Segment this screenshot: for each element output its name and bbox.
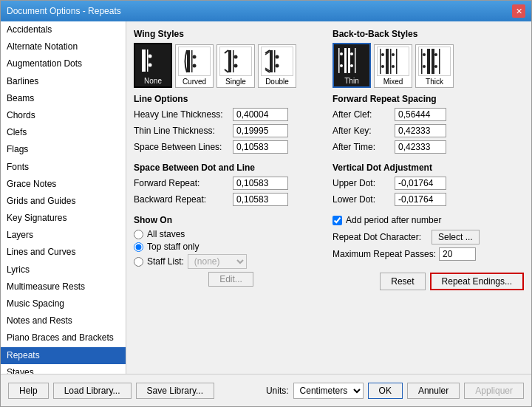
main-panel: Wing Styles None <box>126 21 531 374</box>
wing-double-label: Double <box>265 78 289 86</box>
sidebar-item-key-signatures[interactable]: Key Signatures <box>1 210 126 227</box>
ok-button[interactable]: OK <box>368 383 403 399</box>
window-title: Document Options - Repeats <box>7 6 121 16</box>
top-staff-row: Top staff only <box>134 242 325 252</box>
units-select[interactable]: Centimeters <box>293 383 364 399</box>
sidebar-item-piano-braces-and-brackets[interactable]: Piano Braces and Brackets <box>1 329 126 346</box>
sidebar-item-accidentals[interactable]: Accidentals <box>1 21 126 38</box>
repeat-dot-char-row: Repeat Dot Character: Select ... <box>332 230 524 244</box>
add-period-checkbox[interactable] <box>332 216 342 225</box>
cancel-button[interactable]: Annuler <box>407 383 460 399</box>
staff-list-select[interactable]: (none) <box>188 254 247 269</box>
wing-none-btn[interactable]: None <box>134 43 172 88</box>
svg-point-32 <box>381 65 384 68</box>
wing-double-btn[interactable]: Double <box>258 44 296 88</box>
close-button[interactable]: ✕ <box>512 4 525 18</box>
sidebar-item-grace-notes[interactable]: Grace Notes <box>1 176 126 193</box>
back-styles-row: Thin <box>332 43 524 88</box>
svg-rect-5 <box>191 50 193 72</box>
backward-dot-input[interactable] <box>233 193 288 206</box>
bottom-options-row: Show On All staves Top staff only Staff … <box>134 215 524 290</box>
sidebar-item-music-spacing[interactable]: Music Spacing <box>1 295 126 312</box>
heavy-line-input[interactable] <box>233 108 288 121</box>
svg-rect-25 <box>344 48 347 73</box>
edit-button[interactable]: Edit... <box>208 272 253 287</box>
dot-row: Space Between Dot and Line Forward Repea… <box>134 163 524 209</box>
svg-point-36 <box>392 65 395 68</box>
sidebar-item-augmentation-dots[interactable]: Augmentation Dots <box>1 55 126 72</box>
lower-dot-input[interactable] <box>395 193 446 206</box>
sidebar-item-fonts[interactable]: Fonts <box>1 159 126 176</box>
dot-line-title: Space Between Dot and Line <box>134 163 325 173</box>
sidebar-item-chords[interactable]: Chords <box>1 107 126 124</box>
svg-rect-30 <box>380 49 381 74</box>
wing-none-label: None <box>144 77 162 85</box>
svg-point-24 <box>340 64 343 67</box>
reset-button[interactable]: Reset <box>380 273 425 290</box>
wing-single-btn[interactable]: Single <box>216 44 255 88</box>
max-passes-label: Maximum Repeat Passes: <box>332 249 436 259</box>
sidebar-item-flags[interactable]: Flags <box>1 141 126 158</box>
top-staff-label: Top staff only <box>147 242 200 252</box>
after-clef-input[interactable] <box>395 108 446 121</box>
sidebar-item-beams[interactable]: Beams <box>1 90 126 107</box>
forward-dot-input[interactable] <box>233 177 288 190</box>
sidebar-item-lines-and-curves[interactable]: Lines and Curves <box>1 244 126 261</box>
space-lines-input[interactable] <box>233 140 288 154</box>
upper-dot-input[interactable] <box>395 177 446 190</box>
all-staves-row: All staves <box>134 229 325 239</box>
sidebar-item-grids-and-guides[interactable]: Grids and Guides <box>1 193 126 210</box>
sidebar-item-layers[interactable]: Layers <box>1 227 126 244</box>
svg-rect-1 <box>147 49 149 72</box>
forward-repeat-section: Forward Repeat Spacing After Clef: After… <box>332 94 524 157</box>
document-options-window: Document Options - Repeats ✕ Accidentals… <box>0 0 532 407</box>
all-staves-label: All staves <box>147 229 185 239</box>
forward-dot-label: Forward Repeat: <box>134 178 230 188</box>
load-library-button[interactable]: Load Library... <box>53 383 132 399</box>
svg-rect-41 <box>427 49 430 74</box>
back-thin-label: Thin <box>344 77 358 85</box>
thin-line-input[interactable] <box>233 124 288 137</box>
staff-list-label: Staff List: <box>147 256 184 267</box>
help-button[interactable]: Help <box>8 383 49 399</box>
units-label: Units: <box>266 386 289 396</box>
top-staff-radio[interactable] <box>134 242 143 252</box>
sidebar-item-alternate-notation[interactable]: Alternate Notation <box>1 38 126 55</box>
back-thin-btn[interactable]: Thin <box>332 43 371 88</box>
sidebar-item-repeats[interactable]: Repeats <box>1 347 126 364</box>
sidebar-item-clefs[interactable]: Clefs <box>1 124 126 141</box>
svg-rect-0 <box>142 49 146 72</box>
heavy-line-label: Heavy Line Thickness: <box>134 109 230 120</box>
svg-point-40 <box>423 65 426 68</box>
back-thick-label: Thick <box>426 78 443 86</box>
sidebar-item-multimeasure-rests[interactable]: Multimeasure Rests <box>1 278 126 295</box>
top-row: Wing Styles None <box>134 29 524 88</box>
back-thick-btn[interactable]: Thick <box>415 44 454 88</box>
sidebar-item-lyrics[interactable]: Lyrics <box>1 261 126 278</box>
back-mixed-img <box>377 47 409 76</box>
after-key-input[interactable] <box>395 124 446 137</box>
apply-button[interactable]: Appliquer <box>464 383 524 399</box>
after-time-label: After Time: <box>332 142 392 152</box>
back-thick-img <box>418 47 451 76</box>
staff-list-radio[interactable] <box>134 257 143 267</box>
after-key-row: After Key: <box>332 124 524 137</box>
svg-line-12 <box>225 50 228 53</box>
sidebar: AccidentalsAlternate NotationAugmentatio… <box>1 21 126 374</box>
svg-point-23 <box>340 52 343 55</box>
sidebar-item-barlines[interactable]: Barlines <box>1 73 126 90</box>
select-button[interactable]: Select ... <box>432 230 480 244</box>
back-mixed-btn[interactable]: Mixed <box>374 44 412 88</box>
space-lines-row: Space Between Lines: <box>134 140 325 154</box>
repeat-endings-button[interactable]: Repeat Endings... <box>430 273 524 290</box>
svg-point-44 <box>434 65 437 68</box>
repeat-dot-char-label: Repeat Dot Character: <box>332 232 429 242</box>
staff-list-row: Staff List: (none) <box>134 254 325 269</box>
sidebar-item-staves[interactable]: Staves <box>1 364 126 374</box>
save-library-button[interactable]: Save Library... <box>136 383 214 399</box>
all-staves-radio[interactable] <box>134 230 143 239</box>
wing-curved-btn[interactable]: Curved <box>175 44 214 88</box>
after-time-input[interactable] <box>395 140 446 154</box>
sidebar-item-notes-and-rests[interactable]: Notes and Rests <box>1 312 126 329</box>
max-passes-input[interactable] <box>439 247 476 261</box>
